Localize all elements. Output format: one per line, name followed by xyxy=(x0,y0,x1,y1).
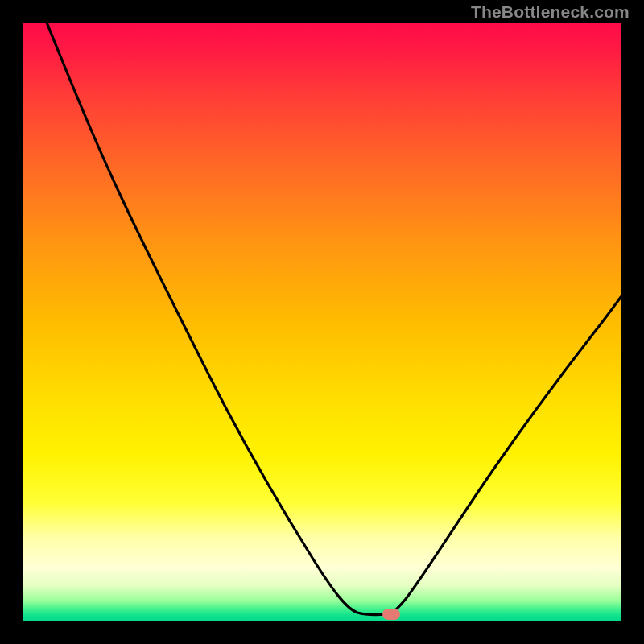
optimal-marker xyxy=(382,609,400,620)
curve-svg xyxy=(23,23,621,621)
bottleneck-curve xyxy=(47,23,621,615)
plot-area xyxy=(23,23,621,621)
watermark-text: TheBottleneck.com xyxy=(471,2,630,22)
